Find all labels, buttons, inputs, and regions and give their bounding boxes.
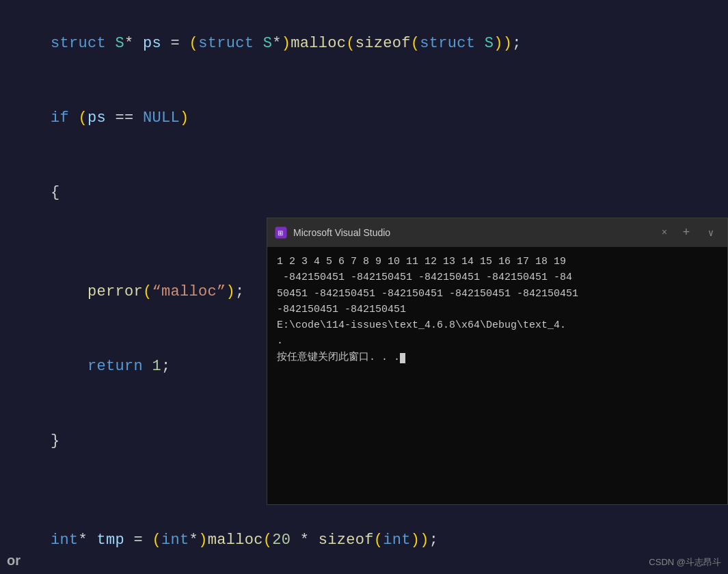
code-line-2: if (ps == NULL) — [14, 81, 714, 156]
terminal-output-line-5: E:\code\114-issues\text_4.6.8\x64\Debug\… — [277, 317, 718, 333]
terminal-add-button[interactable]: + — [677, 223, 696, 242]
terminal-title: Microsoft Visual Studio — [293, 227, 652, 238]
terminal-window[interactable]: ⊞ Microsoft Visual Studio × + ∨ 1 2 3 4 … — [267, 218, 728, 505]
terminal-output-line-3: 50451 -842150451 -842150451 -842150451 -… — [277, 286, 718, 302]
watermark-bottom-left: or — [7, 553, 21, 569]
terminal-output-line-4: -842150451 -842150451 — [277, 302, 718, 317]
terminal-close-button[interactable]: × — [658, 226, 671, 239]
code-editor: struct S* ps = (struct S*)malloc(sizeof(… — [0, 0, 728, 574]
svg-text:⊞: ⊞ — [278, 229, 283, 237]
code-line-9: int* tmp = (int*)malloc(20 * sizeof(int)… — [14, 504, 714, 574]
terminal-output-line-2: -842150451 -842150451 -842150451 -842150… — [277, 270, 718, 285]
terminal-body: 1 2 3 4 5 6 7 8 9 10 11 12 13 14 15 16 1… — [267, 247, 727, 504]
terminal-output-line-7: 按任意键关闭此窗口. . . — [277, 350, 718, 365]
terminal-output-line-1: 1 2 3 4 5 6 7 8 9 10 11 12 13 14 15 16 1… — [277, 254, 718, 270]
terminal-app-icon: ⊞ — [274, 226, 288, 239]
terminal-chevron-button[interactable]: ∨ — [701, 223, 720, 242]
terminal-cursor — [400, 353, 405, 363]
code-line-1: struct S* ps = (struct S*)malloc(sizeof(… — [14, 7, 714, 81]
watermark-csdn: CSDN @斗志昂斗 — [649, 556, 721, 569]
terminal-titlebar: ⊞ Microsoft Visual Studio × + ∨ — [267, 218, 727, 247]
terminal-output-line-6: . — [277, 333, 718, 349]
